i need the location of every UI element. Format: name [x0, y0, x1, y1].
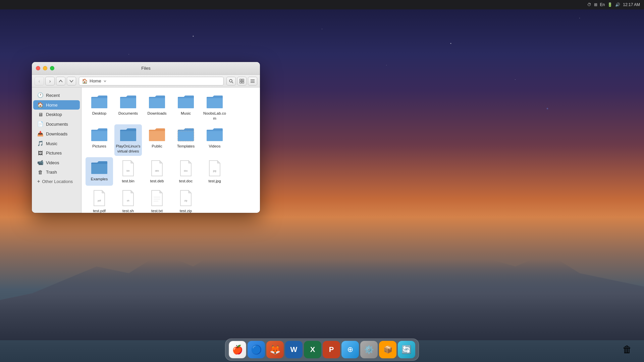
excel-icon: X: [310, 345, 315, 354]
folder-icon-desktop: [91, 94, 108, 109]
file-test-jpg[interactable]: jpg test.jpg: [201, 157, 228, 186]
clock: 12:17 AM: [623, 2, 640, 7]
dock-item-firefox[interactable]: 🦊: [266, 341, 284, 358]
trash-corner-icon: 🗑: [623, 344, 632, 355]
svg-text:bin: bin: [126, 170, 129, 172]
dock-item-powerpoint[interactable]: P: [323, 341, 340, 358]
file-test-txt[interactable]: test.txt: [143, 187, 171, 213]
file-grid: Desktop Documents Down: [82, 87, 260, 213]
maximize-button[interactable]: [50, 66, 54, 70]
sidebar-item-recent[interactable]: 🕐 Recent: [33, 90, 80, 100]
breadcrumb-expand-icon[interactable]: [103, 79, 107, 83]
dock-item-settings[interactable]: ⚙️: [360, 341, 378, 358]
dock-item-finder[interactable]: 🔵: [248, 341, 265, 358]
dock-item-appstore[interactable]: ⊕: [341, 341, 359, 358]
sidebar-item-documents[interactable]: 📄 Documents: [33, 119, 80, 129]
file-label-txt: test.txt: [151, 208, 163, 213]
sidebar-item-pictures[interactable]: 🖼 Pictures: [33, 148, 80, 158]
folder-icon-examples: [91, 160, 108, 175]
folder-icon-noobslab: [206, 94, 223, 109]
grid-view-button[interactable]: [237, 77, 247, 85]
minimize-button[interactable]: [43, 66, 47, 70]
sidebar-item-trash[interactable]: 🗑 Trash: [33, 168, 80, 177]
window-controls: [36, 66, 54, 70]
file-icon-pdf: pdf: [93, 190, 106, 206]
file-test-bin[interactable]: bin test.bin: [114, 157, 142, 186]
folder-noobslab[interactable]: NoobsLab.com: [201, 92, 228, 123]
folder-icon-playonlinux: [119, 127, 137, 142]
tray-timemachine-icon[interactable]: ⏱: [587, 2, 591, 7]
close-button[interactable]: [36, 66, 40, 70]
file-test-zip[interactable]: zip test.zip: [172, 187, 200, 213]
file-icon-deb: deb: [150, 160, 164, 177]
toolbar: ‹ › 🏠 Home: [32, 75, 260, 87]
folder-playonlinux[interactable]: PlayOnLinux's virtual drives: [114, 124, 142, 156]
file-label-pdf: test.pdf: [93, 208, 106, 213]
folder-icon-music: [177, 94, 195, 109]
recent-icon: 🕐: [37, 92, 43, 98]
content-area: 🕐 Recent 🏠 Home 🖥 Desktop 📄 Documents 📥 …: [32, 87, 260, 213]
folder-videos[interactable]: Videos: [201, 124, 228, 156]
back-button[interactable]: ‹: [35, 77, 44, 85]
sidebar-item-home[interactable]: 🏠 Home: [33, 100, 80, 110]
folder-label-videos: Videos: [209, 144, 221, 149]
sidebar-label-pictures: Pictures: [46, 150, 62, 156]
folder-examples[interactable]: Examples: [86, 157, 113, 186]
folder-desktop[interactable]: Desktop: [86, 92, 113, 123]
file-manager-window: Files ‹ › 🏠 Home: [32, 62, 260, 213]
forward-button[interactable]: ›: [45, 77, 55, 85]
child-dir-button[interactable]: [67, 77, 76, 85]
file-label-sh: test.sh: [122, 208, 134, 213]
pictures-icon: 🖼: [37, 150, 43, 156]
settings-icon: ⚙️: [364, 345, 374, 354]
documents-icon: 📄: [37, 121, 43, 127]
trash-corner[interactable]: 🗑: [619, 341, 636, 358]
parent-dir-button[interactable]: [56, 77, 65, 85]
svg-text:doc: doc: [184, 170, 188, 172]
sidebar-item-videos[interactable]: 📹 Videos: [33, 158, 80, 167]
svg-line-1: [232, 82, 233, 83]
file-test-pdf[interactable]: pdf test.pdf: [86, 187, 113, 213]
finder-icon: 🔵: [251, 345, 262, 355]
folder-downloads[interactable]: Downloads: [143, 92, 171, 123]
file-test-doc[interactable]: doc test.doc: [172, 157, 200, 186]
volume-icon[interactable]: 🔊: [615, 2, 620, 7]
folder-label-pictures: Pictures: [92, 144, 106, 149]
dock-item-amazon[interactable]: 📦: [379, 341, 396, 358]
sidebar-add-location[interactable]: + Other Locations: [33, 177, 80, 186]
firefox-icon: 🦊: [270, 345, 280, 355]
folder-icon-public: [148, 127, 166, 142]
sidebar-item-downloads[interactable]: 📥 Downloads: [33, 129, 80, 138]
search-button[interactable]: [226, 77, 236, 85]
sidebar-label-music: Music: [46, 141, 57, 146]
dock: 🍎 🔵 🦊 W X P ⊕ ⚙️ 📦 🔄: [225, 339, 419, 361]
sidebar-item-desktop[interactable]: 🖥 Desktop: [33, 110, 80, 119]
dock-item-excel[interactable]: X: [304, 341, 321, 358]
dock-item-update[interactable]: 🔄: [398, 341, 415, 358]
file-icon-jpg: jpg: [208, 160, 221, 177]
sidebar-item-music[interactable]: 🎵 Music: [33, 139, 80, 148]
battery-icon[interactable]: 🔋: [607, 2, 612, 7]
file-test-sh[interactable]: sh test.sh: [114, 187, 142, 213]
sidebar-label-recent: Recent: [46, 93, 60, 98]
folder-music[interactable]: Music: [172, 92, 200, 123]
folder-documents[interactable]: Documents: [114, 92, 142, 123]
add-location-icon: +: [37, 179, 40, 184]
breadcrumb[interactable]: 🏠 Home: [79, 77, 224, 85]
svg-rect-3: [242, 79, 244, 81]
keyboard-layout-indicator[interactable]: En: [600, 2, 605, 7]
folder-label-examples: Examples: [91, 177, 108, 182]
sidebar-label-desktop: Desktop: [46, 112, 62, 117]
list-view-button[interactable]: [248, 77, 257, 85]
file-test-deb[interactable]: deb test.deb: [143, 157, 171, 186]
folder-pictures[interactable]: Pictures: [86, 124, 113, 156]
tray-display-icon[interactable]: ⊞: [594, 2, 597, 7]
svg-rect-4: [240, 81, 241, 83]
folder-public[interactable]: Public: [143, 124, 171, 156]
svg-point-0: [229, 79, 232, 82]
dock-item-apple[interactable]: 🍎: [229, 341, 246, 358]
file-icon-txt: [150, 190, 164, 206]
dock-item-word[interactable]: W: [285, 341, 303, 358]
folder-templates[interactable]: Templates: [172, 124, 200, 156]
home-breadcrumb-icon: 🏠: [82, 78, 88, 84]
